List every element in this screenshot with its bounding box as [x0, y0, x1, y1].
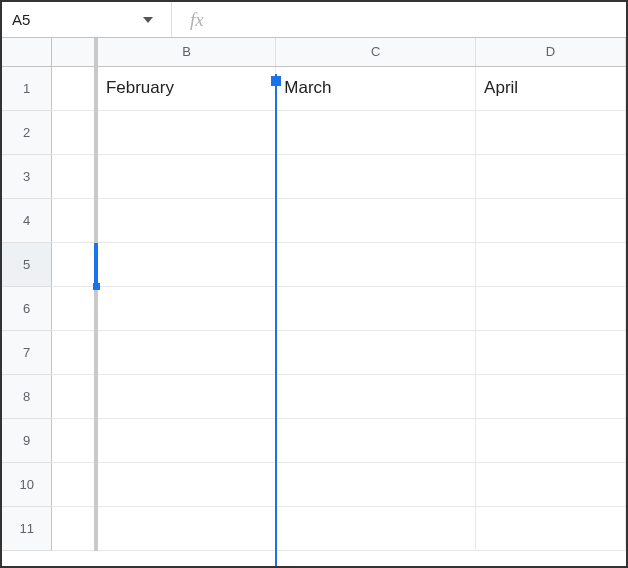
row-header-1[interactable]: 1 [2, 66, 52, 110]
cell-c6[interactable] [276, 286, 476, 330]
cell-a11[interactable] [52, 506, 96, 550]
cell-c8[interactable] [276, 374, 476, 418]
row-header-10[interactable]: 10 [2, 462, 52, 506]
cell-b11[interactable] [96, 506, 276, 550]
column-resize-guideline [275, 74, 277, 568]
cell-b3[interactable] [96, 154, 276, 198]
fx-icon: fx [172, 9, 222, 31]
cell-a2[interactable] [52, 110, 96, 154]
cell-d5[interactable] [476, 242, 626, 286]
cell-c4[interactable] [276, 198, 476, 242]
cell-a5-active[interactable] [52, 242, 96, 286]
name-box[interactable]: A5 [2, 2, 172, 37]
cell-d2[interactable] [476, 110, 626, 154]
column-header-c[interactable]: C [276, 38, 476, 66]
cell-c7[interactable] [276, 330, 476, 374]
cell-a7[interactable] [52, 330, 96, 374]
frozen-column-a-header[interactable] [52, 38, 96, 66]
cell-a3[interactable] [52, 154, 96, 198]
cell-c3[interactable] [276, 154, 476, 198]
column-header-d[interactable]: D [476, 38, 626, 66]
cell-c11[interactable] [276, 506, 476, 550]
row-header-7[interactable]: 7 [2, 330, 52, 374]
spreadsheet-grid[interactable]: B C D 1 February March April 2 3 4 [2, 38, 626, 551]
cell-d1[interactable]: April [476, 66, 626, 110]
cell-d6[interactable] [476, 286, 626, 330]
cell-b7[interactable] [96, 330, 276, 374]
column-header-b[interactable]: B [96, 38, 276, 66]
cell-d8[interactable] [476, 374, 626, 418]
cell-d11[interactable] [476, 506, 626, 550]
cell-a6[interactable] [52, 286, 96, 330]
cell-c1[interactable]: March [276, 66, 476, 110]
cell-b4[interactable] [96, 198, 276, 242]
cell-c5[interactable] [276, 242, 476, 286]
row-header-5[interactable]: 5 [2, 242, 52, 286]
cell-a8[interactable] [52, 374, 96, 418]
row-header-3[interactable]: 3 [2, 154, 52, 198]
cell-a4[interactable] [52, 198, 96, 242]
cell-d9[interactable] [476, 418, 626, 462]
row-header-6[interactable]: 6 [2, 286, 52, 330]
selection-fill-handle[interactable] [93, 283, 100, 290]
cell-d10[interactable] [476, 462, 626, 506]
cell-b6[interactable] [96, 286, 276, 330]
formula-bar: A5 fx [2, 2, 626, 38]
row-header-2[interactable]: 2 [2, 110, 52, 154]
cell-d7[interactable] [476, 330, 626, 374]
name-box-value: A5 [12, 11, 30, 28]
cell-c10[interactable] [276, 462, 476, 506]
cell-d4[interactable] [476, 198, 626, 242]
cell-b2[interactable] [96, 110, 276, 154]
cell-b10[interactable] [96, 462, 276, 506]
row-header-11[interactable]: 11 [2, 506, 52, 550]
formula-input[interactable] [222, 2, 626, 37]
row-header-9[interactable]: 9 [2, 418, 52, 462]
cell-b5[interactable] [96, 242, 276, 286]
cell-a10[interactable] [52, 462, 96, 506]
freeze-pane-handle[interactable] [271, 76, 281, 86]
cell-a9[interactable] [52, 418, 96, 462]
chevron-down-icon[interactable] [143, 17, 153, 23]
cell-b9[interactable] [96, 418, 276, 462]
cell-b1[interactable]: February [96, 66, 276, 110]
select-all-corner[interactable] [2, 38, 52, 66]
row-header-4[interactable]: 4 [2, 198, 52, 242]
row-header-8[interactable]: 8 [2, 374, 52, 418]
cell-a1[interactable] [52, 66, 96, 110]
cell-c2[interactable] [276, 110, 476, 154]
cell-d3[interactable] [476, 154, 626, 198]
cell-b8[interactable] [96, 374, 276, 418]
cell-c9[interactable] [276, 418, 476, 462]
